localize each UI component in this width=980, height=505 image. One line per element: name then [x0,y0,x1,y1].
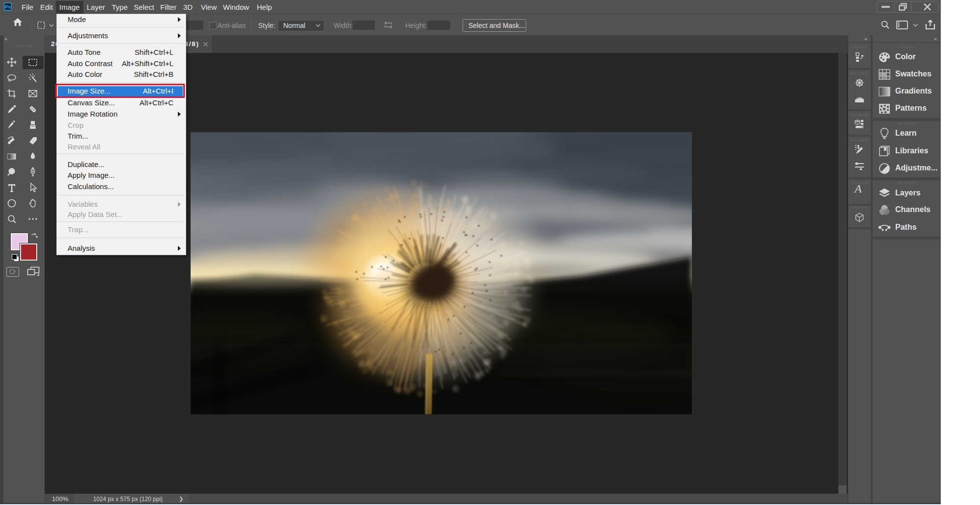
svg-text:Ps: Ps [5,4,11,9]
